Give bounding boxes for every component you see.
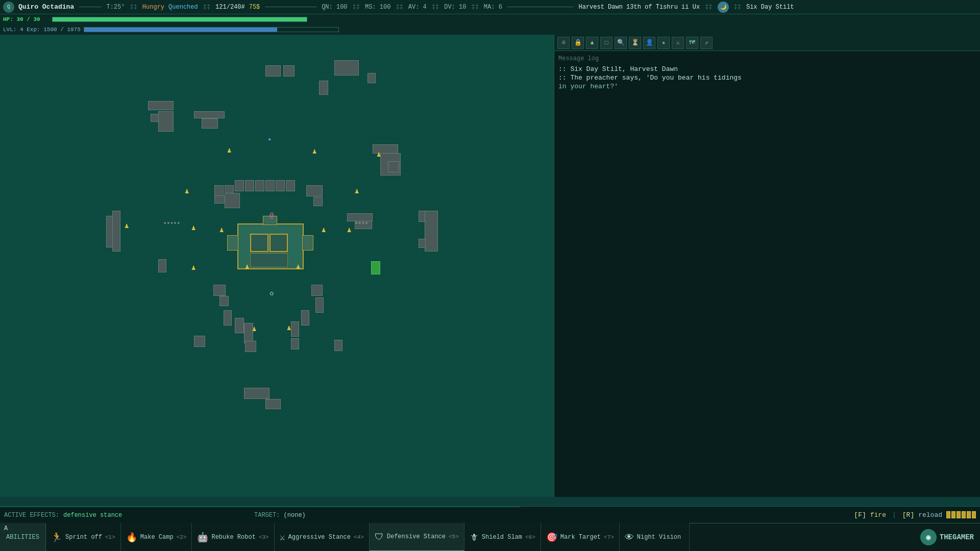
ability-marktarget-label: Mark Target [560,534,601,541]
sep10: ‡‡ [705,4,712,11]
ability-marktarget[interactable]: 🎯 Mark Target <7> [541,523,620,551]
player-char: @ [270,212,274,219]
fire-sep: | [892,511,896,519]
tile-c1 [214,185,224,196]
ability-nightvision-label: Night Vision [637,534,681,541]
sep5: ‡‡ [353,4,360,11]
tile-door2 [112,211,120,252]
ability-makecamp[interactable]: 🔥 Make Camp <2> [121,523,192,551]
ability-aggressive-label: Aggressive Stance [288,534,351,541]
tile-5 [368,73,376,83]
tile-b14 [194,336,205,347]
sidebar-icon-lock[interactable]: 🔒 [572,37,584,49]
sidebar-icon-combat[interactable]: ⚔ [672,37,684,49]
tile-b8 [311,285,323,296]
tile-7 [158,111,174,132]
tile-c4 [245,180,254,191]
exp-label: LVL: 4 Exp: 1500 / 1975 [3,27,81,33]
tile-b2 [213,285,226,296]
ability-aggressive[interactable]: ⚔ Aggressive Stance <4> [275,523,370,551]
av-stat: AV: 4 [408,4,427,11]
sidebar-icon-inv[interactable]: □ [600,37,612,49]
ability-defensive[interactable]: 🛡 Defensive Stance <5> [370,523,464,551]
status-row: ACTIVE EFFECTS: defensive stance A TARGE… [0,506,980,522]
sidebar-icon-search[interactable]: 🔍 [615,37,627,49]
ability-marktarget-key: <7> [604,534,614,540]
enemy-row: ✦✦✦✦✦ [163,219,180,226]
msg-0: :: Six Day Stilt, Harvest Dawn [558,65,976,73]
ability-rebukerobot-key: <3> [259,534,269,540]
npc-blue1: ✦ [267,136,272,143]
ability-nightvision[interactable]: 👁 Night Vision [620,523,690,551]
tile-b9 [315,297,324,313]
tile-4 [319,81,328,95]
enemy-row2: ✦✦✦✦ [355,219,369,226]
logo-text: THEGAMER [940,533,974,541]
ability-shieldslam[interactable]: 🗡 Shield Slam <6> [464,523,541,551]
npc-yellow8: ♟ [219,227,224,234]
marktarget-icon: 🎯 [546,532,557,543]
ability-rebukerobot-label: Rebuke Robot [211,534,255,541]
sprint-icon: 🏃 [51,532,62,543]
tile-vb2 [265,399,281,409]
tile-8 [151,114,159,122]
quenched-status: Quenched [168,4,198,11]
ammo-1 [946,511,950,518]
date-stat: Harvest Dawn 13th of Tishru ii Ux [578,4,700,11]
central-left-arm [227,235,238,251]
tile-vb1 [244,388,270,399]
sep4: —————————————— [265,4,316,11]
nightvision-icon: 👁 [625,532,634,543]
npc-yellow7: ♟ [191,224,195,232]
ability-rebukerobot[interactable]: 🤖 Rebuke Robot <3> [192,523,274,551]
npc-yellow5: ♟ [355,188,359,195]
tile-c8 [286,180,295,191]
tile-b11 [291,321,299,337]
sidebar-icon-map[interactable]: ▲ [586,37,598,49]
hp-label: HP: 30 / 30 [3,16,49,22]
tile-b7 [245,341,256,352]
central-right-arm [302,235,313,251]
rebukerobot-icon: 🤖 [197,532,208,543]
bottom-area: ACTIVE EFFECTS: defensive stance A TARGE… [0,506,980,551]
ability-makecamp-label: Make Camp [140,534,174,541]
sep3: ‡‡ [203,4,210,11]
npc-yellow13: ♟ [191,264,195,271]
npc-yellow15: ♟ [287,324,291,332]
sep8: ‡‡ [471,4,478,11]
target-bar: TARGET: (none) [250,507,454,523]
reload-key: [R] [902,511,914,519]
sidebar-icon-nav[interactable]: ↗ [700,37,713,49]
sep2: ‡‡ [130,4,137,11]
tile-r5 [419,239,426,248]
exp-bar-fill [84,28,277,32]
ammo-6 [972,511,976,518]
ability-aggressive-key: <4> [354,534,364,540]
game-viewport[interactable]: ✦ ♟ ♟ ♟ ♟ ♟ ♟ ♟ ♟ ♟ ♟ ♟ ♟ ♟ @ ✿ ♟ ♟ ✦✦✦✦… [0,35,554,497]
ammo-2 [951,511,955,518]
sidebar-icon-world[interactable]: 🗺 [686,37,698,49]
sidebar-icon-menu[interactable]: ≡ [557,37,570,49]
target-label: TARGET: [254,512,284,519]
npc-yellow12: ♟ [296,263,300,270]
defensive-icon: 🛡 [375,532,384,542]
tile-6 [148,101,174,110]
ability-sprint-key: <1> [105,534,115,540]
msg-2: in your heart?' [558,83,976,90]
ma-stat: MA: 6 [484,4,502,11]
player-name: Quiro Octadina [18,3,74,11]
npc-yellow10: ♟ [347,227,351,234]
sidebar-icon-char[interactable]: 👤 [643,37,655,49]
tile-b1 [158,259,166,272]
ammo-5 [967,511,971,518]
sidebar-icon-skills[interactable]: ★ [657,37,670,49]
tile-3 [334,60,359,76]
tile-c10 [313,197,323,206]
tile-b13 [334,340,342,351]
ammo-3 [957,511,961,518]
central-cell1 [250,234,268,252]
tile-c5 [255,180,264,191]
ability-sprint[interactable]: 🏃 Sprint off <1> [46,523,121,551]
sidebar-icon-time[interactable]: ⏳ [629,37,641,49]
tile-b4 [224,310,232,325]
